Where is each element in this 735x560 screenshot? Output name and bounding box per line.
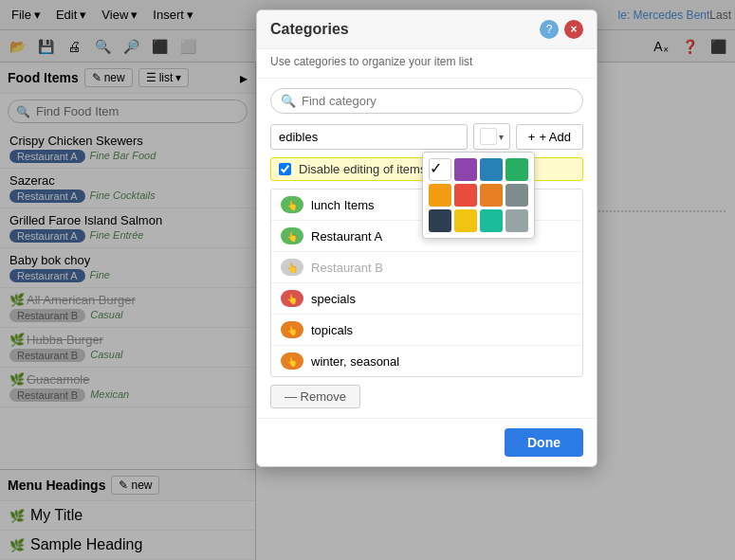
- color-swatch: [480, 128, 497, 145]
- category-icon-orange: 👆: [281, 352, 303, 370]
- remove-row: — Remove: [270, 385, 583, 408]
- modal-close-button[interactable]: ×: [564, 20, 583, 39]
- modal-search-icon: 🔍: [281, 94, 296, 108]
- remove-label: — Remove: [285, 389, 346, 404]
- color-cell-darkblue[interactable]: [429, 209, 451, 232]
- category-icon-green: 👆: [281, 196, 303, 213]
- category-name: specials: [311, 292, 573, 306]
- disable-editing-checkbox[interactable]: [279, 163, 291, 175]
- remove-button[interactable]: — Remove: [270, 385, 360, 408]
- category-icon-gray: 👆: [281, 259, 303, 276]
- color-cell-white[interactable]: ✓: [429, 158, 451, 181]
- category-name: winter, seasonal: [311, 354, 573, 369]
- done-button[interactable]: Done: [505, 428, 583, 457]
- modal-help-button[interactable]: ?: [540, 20, 559, 39]
- modal-header-actions: ? ×: [540, 20, 583, 39]
- category-name: topicals: [311, 323, 573, 337]
- modal-search-input[interactable]: [302, 94, 573, 108]
- add-category-row: ▾ + + Add ✓: [270, 123, 583, 150]
- category-name-input[interactable]: [270, 124, 468, 150]
- color-cell-gray[interactable]: [505, 184, 528, 207]
- color-cell-teal[interactable]: [480, 209, 503, 232]
- list-item[interactable]: 👆 specials: [271, 283, 582, 315]
- color-cell-orange[interactable]: [429, 184, 451, 207]
- modal-subtitle: Use categories to organize your item lis…: [257, 49, 597, 79]
- color-cell-blue[interactable]: [480, 158, 503, 181]
- category-icon-green: 👆: [281, 227, 303, 244]
- modal-search-box[interactable]: 🔍: [270, 88, 583, 114]
- color-dropdown: ✓: [422, 152, 535, 239]
- color-chevron-icon: ▾: [499, 132, 504, 142]
- modal-footer: Done: [257, 418, 597, 466]
- list-item[interactable]: 👆 topicals: [271, 315, 582, 346]
- category-icon-red: 👆: [281, 290, 303, 307]
- list-item[interactable]: 👆 Restaurant B: [271, 252, 582, 283]
- plus-icon: +: [528, 130, 536, 144]
- color-cell-purple[interactable]: [454, 158, 477, 181]
- list-item[interactable]: 👆 winter, seasonal: [271, 346, 582, 376]
- color-cell-lightgray[interactable]: [505, 209, 528, 232]
- modal-title: Categories: [270, 21, 349, 38]
- color-cell-yellow[interactable]: [454, 209, 477, 232]
- modal-header: Categories ? ×: [257, 10, 597, 49]
- color-cell-red[interactable]: [454, 184, 477, 207]
- categories-modal: Categories ? × Use categories to organiz…: [256, 9, 597, 467]
- color-picker-button[interactable]: ▾: [473, 123, 510, 150]
- add-label: + Add: [539, 130, 571, 144]
- add-category-button[interactable]: + + Add: [516, 124, 583, 150]
- category-name: Restaurant B: [311, 261, 573, 275]
- color-cell-green[interactable]: [505, 158, 528, 181]
- category-icon-orange: 👆: [281, 321, 303, 338]
- color-cell-darkorange[interactable]: [480, 184, 503, 207]
- color-grid: ✓: [429, 158, 528, 232]
